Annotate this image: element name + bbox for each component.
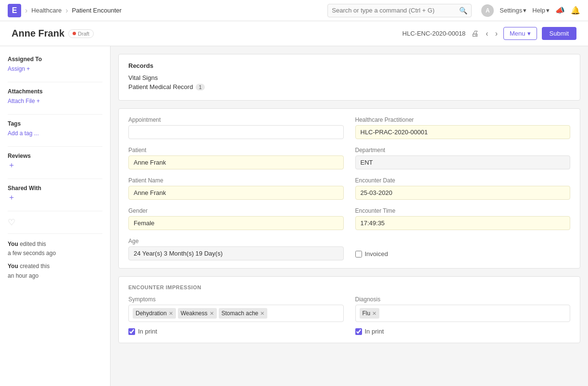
vital-signs-link[interactable]: Vital Signs xyxy=(128,74,570,81)
assigned-to-label: Assigned To xyxy=(8,56,102,63)
department-label: Department xyxy=(355,147,571,154)
invoiced-label: Invoiced xyxy=(365,250,388,257)
healthcare-practitioner-input[interactable] xyxy=(355,125,571,139)
record-count-badge: 1 xyxy=(196,84,204,90)
page-title-group: Anne Frank Draft xyxy=(12,28,94,39)
activity-actor-1: You xyxy=(8,241,18,247)
search-bar[interactable]: 🔍 xyxy=(327,4,472,17)
encounter-impression-section: ENCOUNTER IMPRESSION Symptoms Dehydratio… xyxy=(119,277,580,343)
appointment-label: Appointment xyxy=(128,116,344,123)
patient-name-input[interactable] xyxy=(128,186,344,200)
invoiced-group: Invoiced xyxy=(355,238,571,260)
patient-label: Patient xyxy=(128,147,344,154)
activity-actor-2: You xyxy=(8,263,18,270)
diagnosis-label: Diagnosis xyxy=(355,296,571,303)
status-badge: Draft xyxy=(68,29,94,38)
menu-button[interactable]: Menu ▾ xyxy=(503,27,537,40)
diagnosis-group: Diagnosis Flu ✕ In print xyxy=(355,296,571,335)
patient-name-label: Patient Name xyxy=(128,177,344,184)
symptoms-input[interactable]: Dehydration ✕ Weakness ✕ Stomach ache ✕ xyxy=(128,305,344,322)
healthcare-practitioner-label: Healthcare Practitioner xyxy=(355,116,571,123)
reviews-section: Reviews ＋ xyxy=(8,153,102,169)
add-review-button[interactable]: ＋ xyxy=(8,161,15,169)
record-id: HLC-ENC-2020-00018 xyxy=(402,30,466,37)
breadcrumb-patient-encounter[interactable]: Patient Encounter xyxy=(72,7,122,14)
invoiced-checkbox[interactable] xyxy=(355,251,362,257)
reviews-label: Reviews xyxy=(8,153,102,159)
megaphone-icon[interactable]: 📣 xyxy=(555,6,565,15)
assign-button[interactable]: Assign + xyxy=(8,65,30,72)
symptom-tag-weakness: Weakness ✕ xyxy=(178,308,217,319)
patient-group: Patient xyxy=(128,147,344,169)
diagnosis-in-print-checkbox[interactable] xyxy=(355,328,362,335)
add-shared-button[interactable]: ＋ xyxy=(8,193,15,201)
attachments-section: Attachments Attach File + xyxy=(8,88,102,104)
add-tag-button[interactable]: Add a tag ... xyxy=(8,130,39,137)
symptoms-in-print-row: In print xyxy=(128,328,344,335)
draft-dot xyxy=(73,32,76,35)
records-card: Records Vital Signs Patient Medical Reco… xyxy=(118,54,580,101)
breadcrumb-healthcare[interactable]: Healthcare xyxy=(31,7,62,14)
patient-name-title: Anne Frank xyxy=(12,28,64,39)
attach-file-button[interactable]: Attach File + xyxy=(8,98,40,104)
encounter-date-input[interactable] xyxy=(355,186,571,200)
patient-medical-record-link[interactable]: Patient Medical Record 1 xyxy=(128,83,570,90)
records-title: Records xyxy=(128,62,570,69)
topbar-actions: A Settings ▾ Help ▾ 📣 🔔 xyxy=(481,4,580,17)
encounter-date-label: Encounter Date xyxy=(355,177,571,184)
assigned-to-section: Assigned To Assign + xyxy=(8,56,102,72)
print-icon[interactable]: 🖨 xyxy=(470,28,480,39)
symptom-tag-stomach-ache: Stomach ache ✕ xyxy=(219,308,268,319)
encounter-date-group: Encounter Date xyxy=(355,177,571,200)
symptoms-in-print-label: In print xyxy=(138,328,157,335)
invoiced-spacer xyxy=(355,238,571,244)
appointment-input[interactable] xyxy=(128,125,344,139)
search-input[interactable] xyxy=(332,7,459,14)
encounter-time-input[interactable] xyxy=(355,216,571,230)
healthcare-practitioner-group: Healthcare Practitioner xyxy=(355,116,571,139)
prev-icon[interactable]: ‹ xyxy=(485,28,489,39)
department-input[interactable] xyxy=(355,155,571,169)
symptom-tag-dehydration: Dehydration ✕ xyxy=(133,308,176,319)
attachments-label: Attachments xyxy=(8,88,102,95)
department-group: Department xyxy=(355,147,571,169)
remove-symptom-dehydration[interactable]: ✕ xyxy=(169,310,173,317)
gender-group: Gender xyxy=(128,207,344,230)
activity-log: You edited this a few seconds ago You cr… xyxy=(8,240,102,281)
app-logo: E xyxy=(8,4,21,17)
diagnosis-input[interactable]: Flu ✕ xyxy=(355,305,571,322)
age-input xyxy=(128,246,344,260)
patient-input[interactable] xyxy=(128,155,344,169)
next-icon[interactable]: › xyxy=(494,28,499,39)
gender-label: Gender xyxy=(128,207,344,214)
remove-symptom-weakness[interactable]: ✕ xyxy=(210,310,214,317)
symptoms-in-print-checkbox[interactable] xyxy=(128,328,135,335)
shared-with-label: Shared With xyxy=(8,185,102,192)
help-button[interactable]: Help ▾ xyxy=(532,7,550,14)
settings-button[interactable]: Settings ▾ xyxy=(500,7,526,14)
remove-diagnosis-flu[interactable]: ✕ xyxy=(372,310,376,317)
encounter-time-group: Encounter Time xyxy=(355,207,571,230)
page-header: Anne Frank Draft HLC-ENC-2020-00018 🖨 ‹ … xyxy=(0,21,588,46)
search-icon: 🔍 xyxy=(459,7,467,14)
age-group: Age xyxy=(128,238,344,260)
page-header-right: HLC-ENC-2020-00018 🖨 ‹ › Menu ▾ Submit xyxy=(402,27,576,40)
appointment-group: Appointment xyxy=(128,116,344,139)
encounter-time-label: Encounter Time xyxy=(355,207,571,214)
main-layout: Assigned To Assign + Attachments Attach … xyxy=(0,46,588,386)
heart-icon[interactable]: ♡ xyxy=(8,217,102,228)
remove-symptom-stomach-ache[interactable]: ✕ xyxy=(260,310,264,317)
patient-form-card: Appointment Healthcare Practitioner Pati… xyxy=(118,108,580,269)
topbar: E › Healthcare › Patient Encounter 🔍 A S… xyxy=(0,0,588,21)
symptoms-label: Symptoms xyxy=(128,296,344,303)
gender-input[interactable] xyxy=(128,216,344,230)
activity-action-1: edited this xyxy=(20,241,46,247)
invoiced-row: Invoiced xyxy=(355,250,571,257)
breadcrumb-sep-2: › xyxy=(65,6,68,15)
submit-button[interactable]: Submit xyxy=(542,27,576,40)
diagnosis-in-print-label: In print xyxy=(365,328,384,335)
avatar[interactable]: A xyxy=(481,4,494,17)
main-content: Records Vital Signs Patient Medical Reco… xyxy=(111,46,588,386)
records-section: Records Vital Signs Patient Medical Reco… xyxy=(119,54,580,100)
bell-icon[interactable]: 🔔 xyxy=(571,6,580,15)
